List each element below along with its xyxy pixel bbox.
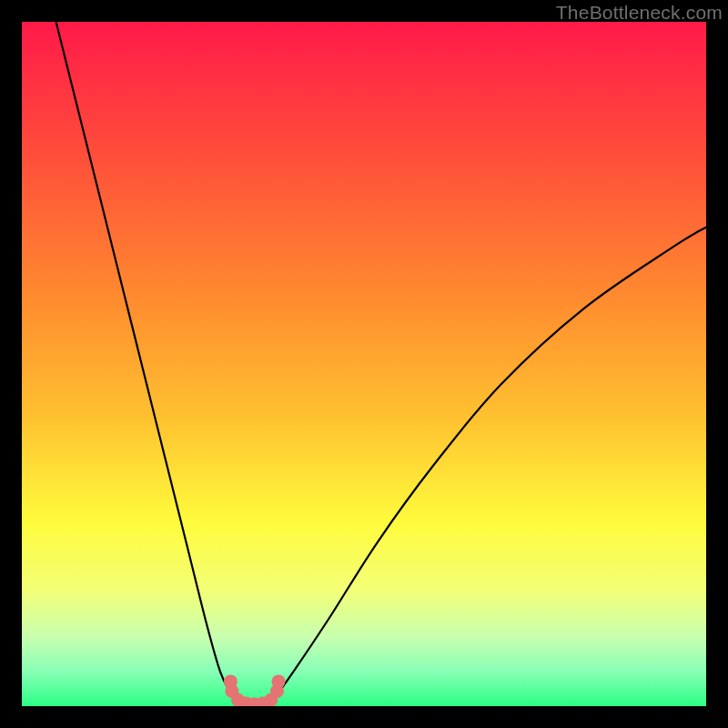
watermark-text: TheBottleneck.com <box>556 2 723 24</box>
marker-dot <box>272 674 286 688</box>
bottleneck-chart <box>22 22 706 706</box>
chart-frame <box>22 22 706 706</box>
gradient-background <box>22 22 706 706</box>
